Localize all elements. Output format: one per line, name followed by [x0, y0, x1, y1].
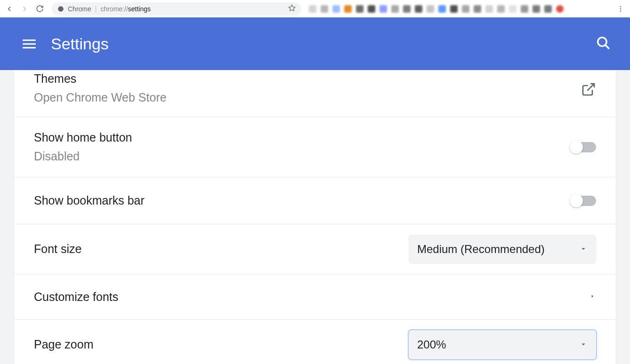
browser-toolbar: Chrome | chrome://settings — [0, 0, 630, 17]
svg-point-2 — [620, 6, 621, 7]
settings-content: Themes Open Chrome Web Store Show home b… — [0, 70, 630, 364]
bookmarks-bar-title: Show bookmarks bar — [34, 192, 145, 210]
external-link-icon[interactable] — [581, 82, 596, 99]
home-button-toggle[interactable] — [571, 142, 596, 152]
address-bar[interactable]: Chrome | chrome://settings — [52, 2, 301, 16]
chevron-down-icon — [579, 243, 588, 256]
omnibox-separator: | — [95, 5, 97, 13]
home-button-subtitle: Disabled — [34, 148, 132, 166]
search-icon[interactable] — [595, 35, 611, 53]
font-size-row: Font size Medium (Recommended) — [14, 224, 616, 275]
site-info-icon — [57, 6, 64, 12]
svg-point-0 — [58, 6, 64, 12]
settings-card: Themes Open Chrome Web Store Show home b… — [14, 70, 616, 364]
themes-title: Themes — [34, 70, 167, 88]
extensions-row — [305, 5, 611, 13]
svg-line-6 — [606, 45, 609, 49]
svg-point-4 — [620, 10, 621, 11]
svg-point-3 — [620, 8, 621, 9]
svg-line-7 — [587, 84, 594, 91]
home-button-row: Show home button Disabled — [14, 117, 616, 177]
home-button-title: Show home button — [34, 129, 132, 147]
forward-button[interactable] — [19, 3, 30, 15]
page-zoom-dropdown[interactable]: 200% — [409, 330, 596, 359]
customize-fonts-row[interactable]: Customize fonts — [14, 275, 616, 320]
page-zoom-title: Page zoom — [34, 336, 93, 354]
bookmarks-bar-toggle[interactable] — [571, 196, 596, 206]
chevron-right-icon — [589, 293, 596, 302]
font-size-value: Medium (Recommended) — [417, 243, 545, 256]
bookmarks-bar-row: Show bookmarks bar — [14, 177, 616, 224]
svg-marker-1 — [289, 5, 295, 11]
menu-icon[interactable] — [23, 40, 36, 48]
omnibox-label: Chrome — [68, 5, 91, 13]
font-size-title: Font size — [34, 240, 81, 258]
reload-button[interactable] — [34, 3, 45, 15]
bookmark-star-icon[interactable] — [288, 4, 296, 14]
font-size-dropdown[interactable]: Medium (Recommended) — [409, 235, 596, 264]
settings-header: Settings — [0, 17, 630, 70]
themes-subtitle: Open Chrome Web Store — [34, 89, 167, 107]
back-button[interactable] — [4, 3, 15, 15]
browser-menu-button[interactable] — [615, 3, 626, 15]
page-zoom-row: Page zoom 200% — [14, 320, 616, 364]
themes-row[interactable]: Themes Open Chrome Web Store — [14, 70, 616, 117]
svg-point-5 — [598, 38, 606, 46]
omnibox-url: chrome://settings — [100, 5, 151, 13]
page-title: Settings — [51, 35, 109, 53]
chevron-down-icon — [579, 338, 588, 351]
page-zoom-value: 200% — [417, 338, 446, 351]
customize-fonts-title: Customize fonts — [34, 288, 118, 306]
